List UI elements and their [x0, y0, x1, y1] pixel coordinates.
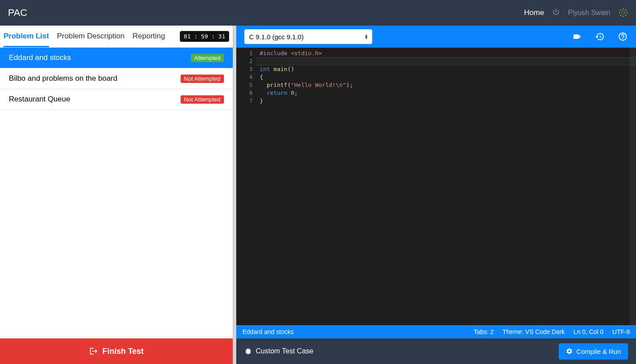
problem-row[interactable]: Bilbo and problems on the boardNot Attem…: [0, 68, 233, 89]
problem-name: Bilbo and problems on the board: [9, 74, 117, 83]
user-name: Piyush Swain: [568, 9, 610, 17]
countdown-timer: 01 : 59 : 31: [180, 31, 229, 42]
status-tabs[interactable]: Tabs: 2: [474, 328, 494, 335]
sun-icon[interactable]: [618, 8, 628, 18]
custom-test-case-button[interactable]: Custom Test Case: [244, 347, 313, 355]
svg-point-2: [623, 16, 624, 17]
custom-test-case-label: Custom Test Case: [256, 347, 313, 355]
language-selected: C 9.1.0 (gcc 9.1.0): [249, 33, 303, 41]
editor-statusbar: Eddard and stocks Tabs: 2 Theme: VS Code…: [236, 325, 636, 338]
editor-scrollbar[interactable]: [630, 48, 636, 325]
code-line[interactable]: return 0;: [260, 89, 636, 97]
status-cursor: Ln 0, Col 0: [574, 328, 604, 335]
svg-point-1: [623, 9, 624, 10]
main-area: Problem List Problem Description Reporti…: [0, 26, 636, 364]
signout-icon: [89, 347, 98, 356]
status-theme[interactable]: Theme: VS Code Dark: [503, 328, 565, 335]
code-area[interactable]: #include <stdio.h>int main(){ printf("He…: [256, 48, 636, 325]
chevron-updown-icon: ▴▾: [365, 34, 367, 39]
language-select[interactable]: C 9.1.0 (gcc 9.1.0) ▴▾: [244, 29, 372, 44]
bottom-bar: Custom Test Case Compile & Run: [236, 338, 636, 364]
history-icon[interactable]: [594, 31, 605, 42]
status-right-group: Tabs: 2 Theme: VS Code Dark Ln 0, Col 0 …: [474, 328, 630, 335]
home-link[interactable]: Home: [524, 8, 544, 17]
code-line[interactable]: int main(): [260, 65, 636, 73]
svg-point-3: [619, 12, 620, 13]
editor-toolbar-icons: [572, 31, 628, 42]
bug-icon: [244, 347, 252, 355]
right-panel: C 9.1.0 (gcc 9.1.0) ▴▾ 1234567 #include …: [236, 26, 636, 364]
problem-name: Restaurant Queue: [9, 95, 70, 104]
status-badge: Not Attempted: [181, 95, 224, 104]
editor-toolbar: C 9.1.0 (gcc 9.1.0) ▴▾: [236, 26, 636, 48]
problem-row[interactable]: Restaurant QueueNot Attempted: [0, 89, 233, 110]
code-line[interactable]: #include <stdio.h>: [260, 49, 636, 57]
line-gutter: 1234567: [236, 48, 256, 325]
finish-test-label: Finish Test: [102, 347, 144, 356]
svg-point-0: [621, 11, 625, 14]
code-line[interactable]: printf("Hello World!\n");: [260, 81, 636, 89]
tab-problem-description[interactable]: Problem Description: [57, 26, 125, 47]
brand-logo: PAC: [8, 7, 27, 19]
problem-name: Eddard and stocks: [9, 53, 71, 62]
problem-row[interactable]: Eddard and stocksAttempted: [0, 48, 233, 68]
svg-point-7: [620, 15, 621, 16]
top-nav: Home Piyush Swain: [524, 8, 628, 18]
code-line[interactable]: {: [260, 73, 636, 81]
svg-point-8: [625, 10, 626, 11]
tabs-row: Problem List Problem Description Reporti…: [0, 26, 233, 48]
svg-point-6: [625, 15, 626, 16]
code-editor[interactable]: 1234567 #include <stdio.h>int main(){ pr…: [236, 48, 636, 325]
code-line[interactable]: [260, 57, 636, 65]
problem-list: Eddard and stocksAttemptedBilbo and prob…: [0, 48, 233, 338]
status-badge: Not Attempted: [181, 75, 224, 83]
svg-point-4: [626, 12, 627, 13]
status-problem-name: Eddard and stocks: [242, 328, 294, 335]
video-icon[interactable]: [572, 31, 582, 42]
power-icon[interactable]: [552, 8, 560, 18]
tab-problem-list[interactable]: Problem List: [4, 26, 49, 47]
svg-point-5: [620, 10, 621, 11]
top-bar: PAC Home Piyush Swain: [0, 0, 636, 26]
code-line[interactable]: }: [260, 97, 636, 105]
compile-run-button[interactable]: Compile & Run: [559, 343, 628, 360]
help-icon[interactable]: [617, 31, 628, 42]
status-encoding: UTF-8: [612, 328, 630, 335]
left-panel: Problem List Problem Description Reporti…: [0, 26, 233, 364]
status-badge: Attempted: [191, 54, 224, 62]
finish-test-button[interactable]: Finish Test: [0, 338, 233, 364]
splitter-handle[interactable]: [233, 26, 236, 364]
tabs: Problem List Problem Description Reporti…: [4, 26, 165, 47]
gear-icon: [566, 348, 573, 355]
compile-run-label: Compile & Run: [576, 348, 621, 355]
tab-reporting[interactable]: Reporting: [132, 26, 165, 47]
